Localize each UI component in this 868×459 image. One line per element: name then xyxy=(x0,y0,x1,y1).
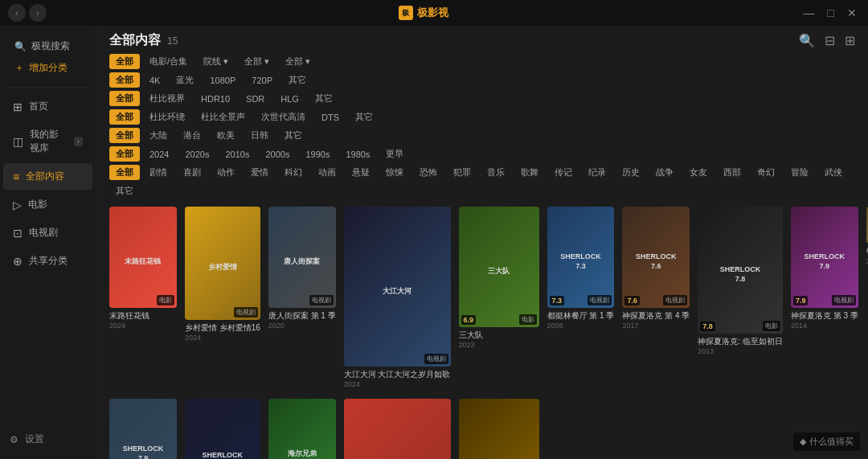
filter-genre-musical[interactable]: 歌舞 xyxy=(514,165,545,180)
filter-year-all[interactable]: 全部 xyxy=(109,146,140,162)
filter-year-1990s[interactable]: 1990s xyxy=(299,148,336,161)
filter-year-2024[interactable]: 2024 xyxy=(143,148,175,161)
close-button[interactable]: ✕ xyxy=(844,5,860,21)
filter-genre-wuxia[interactable]: 武侠 xyxy=(818,165,849,180)
filter-genre-female[interactable]: 女友 xyxy=(683,165,714,180)
filter-genre-biography[interactable]: 传记 xyxy=(548,165,579,180)
movie-card[interactable]: 大江大河 电视剧 大江大河 大江大河之岁月如歌 2024 xyxy=(344,207,451,391)
movie-poster: 三大队 6.9 电影 xyxy=(459,207,539,327)
minimize-button[interactable]: — xyxy=(800,5,818,21)
sidebar-add-category-button[interactable]: ＋ 增加分类 xyxy=(8,57,88,79)
filter-genre-scifi[interactable]: 科幻 xyxy=(278,165,309,180)
filter-region-japkor[interactable]: 日韩 xyxy=(244,128,275,143)
filter-tag-all-type[interactable]: 全部 xyxy=(109,54,140,69)
sidebar-divider xyxy=(8,87,88,88)
filter-codec-sdr[interactable]: SDR xyxy=(240,92,271,105)
filter-year-2010s[interactable]: 2010s xyxy=(219,148,256,161)
sort-icon[interactable]: ⊟ xyxy=(825,33,835,48)
movie-card[interactable]: SHERLOCK 7.3 7.3 电视剧 都挺林餐厅 第 1 季 2008 xyxy=(547,207,615,391)
sidebar-settings[interactable]: ⚙ 设置 xyxy=(0,426,96,453)
filter-genre-music[interactable]: 音乐 xyxy=(481,165,511,180)
movie-card[interactable]: SHERLOCK 7.9 7.9 电视剧 神探夏洛克 第 3 季 2014 xyxy=(791,207,858,391)
filter-audio-all[interactable]: 全部 xyxy=(109,109,140,125)
filter-genre-mystery[interactable]: 悬疑 xyxy=(346,165,376,180)
filter-codec-hlg[interactable]: HLG xyxy=(274,92,305,105)
search-action-icon[interactable]: 🔍 xyxy=(799,33,815,48)
movie-card[interactable]: SHERLOCK 8.3 8.3 电视剧 神探夏洛克 第 2 季 2012 xyxy=(185,399,260,459)
filter-genre-thriller[interactable]: 惊悚 xyxy=(379,165,410,180)
movie-card[interactable]: 逃出1988 9.1 电视剧 逃出1988 2015 xyxy=(344,399,451,459)
sidebar-item-movies[interactable]: ▷ 电影 xyxy=(3,191,92,218)
sidebar-item-home[interactable]: ⊞ 首页 xyxy=(3,93,92,120)
filter-res-other[interactable]: 其它 xyxy=(282,72,313,88)
filter-genre-comedy[interactable]: 喜剧 xyxy=(177,165,207,180)
filter-region-western[interactable]: 欧美 xyxy=(211,128,241,143)
filter-res-all[interactable]: 全部 xyxy=(109,72,140,88)
movie-card[interactable]: 乡村爱情 电视剧 乡村爱情 乡村爱情16 2024 xyxy=(185,207,260,391)
movie-info: 神探夏洛克 第 4 季 2017 xyxy=(622,308,690,332)
filter-genre-western[interactable]: 西部 xyxy=(717,165,747,180)
filter-dropdown-theater[interactable]: 院线 ▾ xyxy=(197,54,235,69)
movie-card[interactable]: SHERLOCK 7.8 7.8 电影 神探夏洛克: 临至如初日 2013 xyxy=(698,207,783,391)
filter-genre-romance[interactable]: 爱情 xyxy=(244,165,275,180)
filter-audio-hd[interactable]: 次世代高清 xyxy=(255,109,312,125)
filter-genre-war[interactable]: 战争 xyxy=(649,165,680,180)
watermark-text: 什么值得买 xyxy=(809,436,854,448)
back-button[interactable]: ‹ xyxy=(8,4,26,22)
filter-codec-hdr10[interactable]: HDR10 xyxy=(194,92,236,105)
filter-genre-adventure[interactable]: 冒险 xyxy=(784,165,815,180)
movie-card[interactable]: 海尔兄弟 8.5 电视剧 海尔兄弟 1995 xyxy=(268,399,336,459)
filter-genre-horror[interactable]: 恐怖 xyxy=(413,165,444,180)
filter-dropdown-all2[interactable]: 全部 ▾ xyxy=(279,54,317,69)
sidebar-item-shared-label: 共享分类 xyxy=(29,254,68,268)
filter-year-2020s[interactable]: 2020s xyxy=(178,148,215,161)
movie-card[interactable]: 唐人街探案 电视剧 唐人街探案 第 1 季 2020 xyxy=(268,207,336,391)
filter-genre-other[interactable]: 其它 xyxy=(109,183,140,199)
movie-card[interactable]: 三大队 6.9 电影 三大队 2023 xyxy=(459,207,539,391)
filter-audio-dolby[interactable]: 杜比环绕 xyxy=(143,109,191,125)
filter-codec-all[interactable]: 全部 xyxy=(109,91,140,106)
filter-genre-drama[interactable]: 剧情 xyxy=(143,165,174,180)
filter-genre-action[interactable]: 动作 xyxy=(211,165,241,180)
filter-genre-animation[interactable]: 动画 xyxy=(312,165,342,180)
filter-genre-all[interactable]: 全部 xyxy=(109,165,140,180)
forward-button[interactable]: › xyxy=(29,4,47,22)
filter-region-mainland[interactable]: 大陆 xyxy=(143,128,174,143)
search-label: 极视搜索 xyxy=(31,39,70,53)
filter-year-earlier[interactable]: 更早 xyxy=(379,146,410,162)
filter-year-1980s[interactable]: 1980s xyxy=(339,148,376,161)
filter-res-1080p[interactable]: 1080P xyxy=(203,74,242,87)
movie-card[interactable]: 末路狂花钱 电影 末路狂花钱 2024 xyxy=(109,207,177,391)
filter-genre-history[interactable]: 历史 xyxy=(616,165,646,180)
layout-icon[interactable]: ⊞ xyxy=(845,33,855,48)
sidebar-item-all[interactable]: ≡ 全部内容 xyxy=(3,163,92,190)
filter-genre-crime[interactable]: 犯罪 xyxy=(447,165,477,180)
filter-region-hktw[interactable]: 港台 xyxy=(177,128,207,143)
filter-codec-other[interactable]: 其它 xyxy=(309,91,339,106)
filter-res-4k[interactable]: 4K xyxy=(143,74,166,87)
filter-res-bluray[interactable]: 蓝光 xyxy=(170,72,200,88)
filter-res-720p[interactable]: 720P xyxy=(245,74,279,87)
movie-card[interactable]: SHERLOCK 7.6 7.6 电视剧 神探夏洛克 第 4 季 2017 xyxy=(622,207,690,391)
maximize-button[interactable]: □ xyxy=(825,5,837,21)
sidebar-search-button[interactable]: 🔍 极视搜索 xyxy=(8,35,88,57)
sidebar-item-library[interactable]: ◫ 我的影视库 › xyxy=(3,121,92,162)
filter-year-2000s[interactable]: 2000s xyxy=(259,148,296,161)
sidebar-item-tv[interactable]: ⊡ 电视剧 xyxy=(3,219,92,246)
filter-region-all[interactable]: 全部 xyxy=(109,128,140,143)
filter-genre-documentary[interactable]: 纪录 xyxy=(582,165,612,180)
movie-card[interactable]: 极影视自定义专辑测试 10.0 电视剧 极影视自定义专辑测试 2024 xyxy=(459,399,539,459)
filter-region-other[interactable]: 其它 xyxy=(278,128,309,143)
filter-audio-atmos[interactable]: 杜比全景声 xyxy=(194,109,252,125)
filter-codec-dolbyvision[interactable]: 杜比视界 xyxy=(143,91,191,106)
filter-genre-fantasy[interactable]: 奇幻 xyxy=(751,165,781,180)
movie-title: 神探夏洛克 第 4 季 xyxy=(622,310,690,322)
filter-audio-dts[interactable]: DTS xyxy=(315,111,346,124)
filter-dropdown-all1[interactable]: 全部 ▾ xyxy=(238,54,276,69)
filter-tag-movie-collection[interactable]: 电影/合集 xyxy=(143,54,194,69)
movie-card[interactable]: SHERLOCK 7.9 7.9 电视剧 神探夏洛克 第 1 季 2010 xyxy=(109,399,177,459)
sidebar-item-shared[interactable]: ⊕ 共享分类 xyxy=(3,248,92,274)
filter-audio-other[interactable]: 其它 xyxy=(349,109,379,125)
movie-type-badge: 电视剧 xyxy=(424,354,448,364)
app-title: 极影视 xyxy=(417,6,448,20)
